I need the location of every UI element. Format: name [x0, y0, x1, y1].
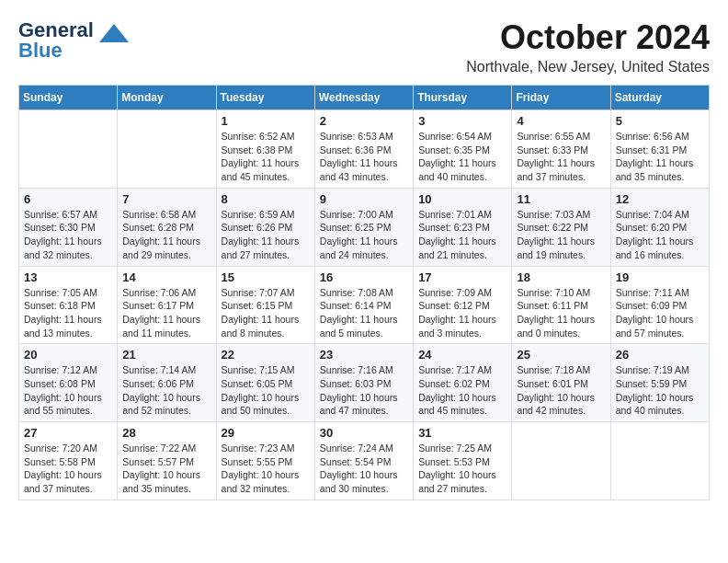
- day-cell: 4Sunrise: 6:55 AM Sunset: 6:33 PM Daylig…: [512, 110, 610, 189]
- week-row-3: 13Sunrise: 7:05 AM Sunset: 6:18 PM Dayli…: [19, 266, 710, 344]
- day-content: Sunrise: 6:58 AM Sunset: 6:28 PM Dayligh…: [122, 208, 210, 262]
- logo-icon: [99, 24, 129, 42]
- svg-marker-0: [99, 24, 129, 42]
- day-cell: 6Sunrise: 6:57 AM Sunset: 6:30 PM Daylig…: [19, 188, 118, 266]
- day-cell: 21Sunrise: 7:14 AM Sunset: 6:06 PM Dayli…: [118, 344, 216, 422]
- day-number: 26: [616, 348, 704, 362]
- day-number: 8: [222, 192, 310, 206]
- day-cell: 2Sunrise: 6:53 AM Sunset: 6:36 PM Daylig…: [314, 110, 413, 189]
- calendar-body: 1Sunrise: 6:52 AM Sunset: 6:38 PM Daylig…: [19, 110, 710, 500]
- day-content: Sunrise: 7:04 AM Sunset: 6:20 PM Dayligh…: [616, 208, 704, 262]
- day-content: Sunrise: 7:19 AM Sunset: 5:59 PM Dayligh…: [616, 363, 704, 418]
- day-number: 1: [222, 114, 310, 128]
- day-number: 2: [320, 114, 408, 128]
- day-number: 18: [517, 270, 605, 284]
- logo-blue: Blue: [18, 39, 63, 63]
- day-cell: 22Sunrise: 7:15 AM Sunset: 6:05 PM Dayli…: [216, 344, 314, 422]
- day-cell: 27Sunrise: 7:20 AM Sunset: 5:58 PM Dayli…: [19, 422, 118, 500]
- day-cell: 28Sunrise: 7:22 AM Sunset: 5:57 PM Dayli…: [118, 422, 216, 500]
- day-number: 11: [517, 192, 605, 206]
- day-number: 9: [320, 192, 408, 206]
- day-cell: 25Sunrise: 7:18 AM Sunset: 6:01 PM Dayli…: [512, 344, 610, 422]
- day-number: 5: [616, 114, 704, 128]
- day-number: 19: [616, 270, 704, 284]
- day-number: 22: [222, 348, 310, 362]
- day-number: 27: [24, 426, 112, 440]
- day-content: Sunrise: 7:03 AM Sunset: 6:22 PM Dayligh…: [517, 208, 605, 262]
- calendar-header: SundayMondayTuesdayWednesdayThursdayFrid…: [19, 86, 710, 110]
- day-number: 24: [418, 348, 506, 362]
- day-number: 14: [122, 270, 210, 284]
- day-content: Sunrise: 7:18 AM Sunset: 6:01 PM Dayligh…: [517, 363, 605, 418]
- day-number: 12: [616, 192, 704, 206]
- day-content: Sunrise: 6:55 AM Sunset: 6:33 PM Dayligh…: [517, 130, 605, 184]
- calendar-table: SundayMondayTuesdayWednesdayThursdayFrid…: [18, 85, 710, 500]
- day-number: 30: [320, 426, 408, 440]
- day-cell: 3Sunrise: 6:54 AM Sunset: 6:35 PM Daylig…: [414, 110, 512, 189]
- day-content: Sunrise: 7:01 AM Sunset: 6:23 PM Dayligh…: [418, 208, 506, 262]
- day-cell: 15Sunrise: 7:07 AM Sunset: 6:15 PM Dayli…: [216, 266, 314, 344]
- day-content: Sunrise: 7:15 AM Sunset: 6:05 PM Dayligh…: [222, 363, 310, 418]
- day-cell: 23Sunrise: 7:16 AM Sunset: 6:03 PM Dayli…: [314, 344, 413, 422]
- header-cell-thursday: Thursday: [414, 86, 512, 110]
- day-content: Sunrise: 6:52 AM Sunset: 6:38 PM Dayligh…: [222, 130, 310, 184]
- day-content: Sunrise: 6:56 AM Sunset: 6:31 PM Dayligh…: [616, 130, 704, 184]
- week-row-2: 6Sunrise: 6:57 AM Sunset: 6:30 PM Daylig…: [19, 188, 710, 266]
- day-cell: 9Sunrise: 7:00 AM Sunset: 6:25 PM Daylig…: [314, 188, 413, 266]
- day-content: Sunrise: 6:59 AM Sunset: 6:26 PM Dayligh…: [222, 208, 310, 262]
- day-cell: [512, 422, 610, 500]
- day-content: Sunrise: 7:05 AM Sunset: 6:18 PM Dayligh…: [24, 286, 112, 340]
- day-cell: [19, 110, 118, 189]
- day-cell: 24Sunrise: 7:17 AM Sunset: 6:02 PM Dayli…: [414, 344, 512, 422]
- day-cell: 17Sunrise: 7:09 AM Sunset: 6:12 PM Dayli…: [414, 266, 512, 344]
- day-content: Sunrise: 6:53 AM Sunset: 6:36 PM Dayligh…: [320, 130, 408, 184]
- day-cell: 26Sunrise: 7:19 AM Sunset: 5:59 PM Dayli…: [610, 344, 709, 422]
- day-number: 13: [24, 270, 112, 284]
- day-content: Sunrise: 7:25 AM Sunset: 5:53 PM Dayligh…: [418, 442, 506, 496]
- day-content: Sunrise: 7:12 AM Sunset: 6:08 PM Dayligh…: [24, 363, 112, 418]
- day-cell: 7Sunrise: 6:58 AM Sunset: 6:28 PM Daylig…: [118, 188, 216, 266]
- day-cell: 10Sunrise: 7:01 AM Sunset: 6:23 PM Dayli…: [414, 188, 512, 266]
- header-cell-monday: Monday: [118, 86, 216, 110]
- day-number: 25: [517, 348, 605, 362]
- day-cell: 8Sunrise: 6:59 AM Sunset: 6:26 PM Daylig…: [216, 188, 314, 266]
- header-cell-saturday: Saturday: [610, 86, 709, 110]
- day-content: Sunrise: 7:16 AM Sunset: 6:03 PM Dayligh…: [320, 363, 408, 418]
- day-content: Sunrise: 7:10 AM Sunset: 6:11 PM Dayligh…: [517, 286, 605, 340]
- day-cell: 31Sunrise: 7:25 AM Sunset: 5:53 PM Dayli…: [414, 422, 512, 500]
- day-number: 3: [418, 114, 506, 128]
- day-number: 21: [122, 348, 210, 362]
- day-cell: 18Sunrise: 7:10 AM Sunset: 6:11 PM Dayli…: [512, 266, 610, 344]
- day-cell: [610, 422, 709, 500]
- day-content: Sunrise: 7:22 AM Sunset: 5:57 PM Dayligh…: [122, 442, 210, 496]
- week-row-5: 27Sunrise: 7:20 AM Sunset: 5:58 PM Dayli…: [19, 422, 710, 500]
- day-content: Sunrise: 7:00 AM Sunset: 6:25 PM Dayligh…: [320, 208, 408, 262]
- day-number: 4: [517, 114, 605, 128]
- week-row-1: 1Sunrise: 6:52 AM Sunset: 6:38 PM Daylig…: [19, 110, 710, 189]
- header-row: SundayMondayTuesdayWednesdayThursdayFrid…: [19, 86, 710, 110]
- day-number: 28: [122, 426, 210, 440]
- day-content: Sunrise: 7:07 AM Sunset: 6:15 PM Dayligh…: [222, 286, 310, 340]
- header-cell-wednesday: Wednesday: [314, 86, 413, 110]
- header-cell-friday: Friday: [512, 86, 610, 110]
- header-cell-sunday: Sunday: [19, 86, 118, 110]
- day-cell: 16Sunrise: 7:08 AM Sunset: 6:14 PM Dayli…: [314, 266, 413, 344]
- day-content: Sunrise: 6:54 AM Sunset: 6:35 PM Dayligh…: [418, 130, 506, 184]
- day-cell: 19Sunrise: 7:11 AM Sunset: 6:09 PM Dayli…: [610, 266, 709, 344]
- day-number: 23: [320, 348, 408, 362]
- day-content: Sunrise: 6:57 AM Sunset: 6:30 PM Dayligh…: [24, 208, 112, 262]
- day-cell: 12Sunrise: 7:04 AM Sunset: 6:20 PM Dayli…: [610, 188, 709, 266]
- day-number: 16: [320, 270, 408, 284]
- day-content: Sunrise: 7:23 AM Sunset: 5:55 PM Dayligh…: [222, 442, 310, 496]
- day-number: 29: [222, 426, 310, 440]
- day-cell: 14Sunrise: 7:06 AM Sunset: 6:17 PM Dayli…: [118, 266, 216, 344]
- day-number: 10: [418, 192, 506, 206]
- day-content: Sunrise: 7:14 AM Sunset: 6:06 PM Dayligh…: [122, 363, 210, 418]
- day-cell: 29Sunrise: 7:23 AM Sunset: 5:55 PM Dayli…: [216, 422, 314, 500]
- month-title: October 2024: [466, 18, 710, 57]
- week-row-4: 20Sunrise: 7:12 AM Sunset: 6:08 PM Dayli…: [19, 344, 710, 422]
- day-cell: 1Sunrise: 6:52 AM Sunset: 6:38 PM Daylig…: [216, 110, 314, 189]
- day-content: Sunrise: 7:08 AM Sunset: 6:14 PM Dayligh…: [320, 286, 408, 340]
- day-number: 17: [418, 270, 506, 284]
- day-cell: 13Sunrise: 7:05 AM Sunset: 6:18 PM Dayli…: [19, 266, 118, 344]
